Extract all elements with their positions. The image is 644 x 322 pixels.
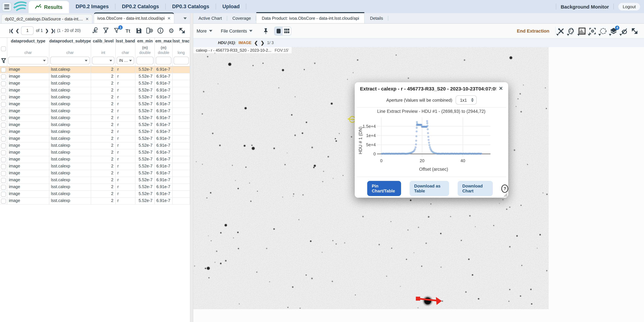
select-region-icon[interactable] (599, 27, 607, 35)
grid-view-button[interactable] (283, 27, 291, 35)
row-checkbox[interactable] (1, 74, 6, 79)
row-checkbox[interactable] (1, 185, 6, 190)
column-header-em_max[interactable]: em_max(m)double (155, 38, 172, 56)
settings-icon[interactable]: ⚙ (167, 27, 175, 35)
row-checkbox[interactable] (1, 109, 6, 114)
row-checkbox[interactable] (1, 143, 6, 148)
row-checkbox[interactable] (1, 171, 6, 176)
clear-filters-icon[interactable] (102, 27, 110, 35)
file-contents-dropdown[interactable]: File Contents (221, 29, 253, 33)
table-row[interactable]: imagelsst.calexp2r5.52e-76.91e-7 (0, 163, 190, 170)
column-header-lsst_tract[interactable]: lsst_tractlong (172, 38, 190, 56)
close-icon[interactable]: ✕ (86, 17, 89, 21)
filter-select-dataproduct_subtype[interactable] (50, 57, 90, 65)
hdu-next-icon[interactable]: ❯ (261, 40, 264, 45)
first-page-button[interactable]: |❮ (9, 28, 13, 33)
column-header-lsst_band[interactable]: lsst_bandchar (116, 38, 136, 56)
row-checkbox[interactable] (1, 81, 6, 86)
row-checkbox[interactable] (1, 137, 6, 141)
row-checkbox[interactable] (1, 123, 6, 128)
select-all-checkbox[interactable] (1, 46, 6, 51)
expand-icon[interactable] (178, 27, 186, 35)
column-header-dataproduct_type[interactable]: dataproduct_typechar (7, 38, 49, 56)
table-row[interactable]: imagelsst.calexp2r5.52e-76.91e-7 (0, 198, 190, 205)
pin-chart-table-button[interactable]: Pin Chart/Table (367, 181, 401, 196)
table-row[interactable]: imagelsst.calexp2r5.52e-76.91e-7 (0, 94, 190, 101)
expand-icon[interactable] (630, 27, 639, 35)
table-tab[interactable]: ivoa.ObsCore - data-int.lsst.cloud/api✕ (94, 13, 174, 23)
filter-funnel-icon[interactable] (1, 58, 6, 63)
download-as-table-button[interactable]: Download as Table (410, 181, 449, 196)
table-row[interactable]: imagelsst.calexp2r5.52e-76.91e-7 (0, 149, 190, 156)
layers-icon[interactable]: 4 (610, 27, 618, 35)
table-row[interactable]: imagelsst.calexp2r5.52e-76.91e-7 (0, 142, 190, 149)
row-checkbox[interactable] (1, 88, 6, 93)
add-column-icon[interactable] (146, 27, 154, 35)
hamburger-menu-icon[interactable] (2, 2, 12, 12)
nav-tab-upload[interactable]: Upload (216, 0, 246, 13)
table-row[interactable]: imagelsst.calexp2r5.52e-76.91e-7 (0, 129, 190, 136)
row-checkbox[interactable] (1, 150, 6, 155)
table-row[interactable]: imagelsst.calexp2r5.52e-76.91e-7 (0, 101, 190, 108)
last-page-button[interactable]: ❯| (51, 28, 55, 33)
text-view-icon[interactable]: Tt (124, 27, 132, 35)
next-page-button[interactable]: ❯ (45, 28, 48, 33)
info-icon[interactable] (156, 27, 164, 35)
help-icon[interactable]: ? (502, 184, 508, 193)
resize-handle-icon[interactable] (503, 192, 507, 197)
single-view-button[interactable] (275, 27, 283, 35)
table-row[interactable]: imagelsst.calexp2r5.52e-76.91e-7 (0, 156, 190, 163)
nav-tab-results[interactable]: Results (28, 1, 69, 13)
row-checkbox[interactable] (1, 102, 6, 107)
color-palette-icon[interactable] (568, 27, 576, 35)
prev-page-button[interactable]: ❮ (16, 28, 19, 33)
viewer-tab[interactable]: Active Chart (193, 13, 227, 23)
page-number-input[interactable] (21, 26, 34, 35)
background-monitor-button[interactable]: Background Monitor (561, 4, 609, 9)
row-checkbox[interactable] (1, 164, 6, 169)
line-extract-chart[interactable]: Line Extract Preview - HDU #1 - (2698,93… (357, 108, 506, 177)
tab-list-dropdown-icon[interactable] (184, 17, 187, 19)
more-dropdown[interactable]: More (196, 29, 212, 33)
row-checkbox[interactable] (1, 95, 6, 100)
row-checkbox[interactable] (1, 192, 6, 197)
close-icon[interactable]: ✕ (167, 16, 170, 21)
pipette-down-icon[interactable] (92, 27, 99, 35)
filters-icon[interactable]: 1 (113, 27, 121, 35)
table-row[interactable]: imagelsst.calexp2r5.52e-76.91e-7 (0, 73, 190, 80)
match-lock-icon[interactable] (620, 27, 628, 35)
table-row[interactable]: imagelsst.calexp2r5.52e-76.91e-7 (0, 184, 190, 191)
table-row[interactable]: imagelsst.calexp2r5.52e-76.91e-7 (0, 177, 190, 184)
nav-tab-dp0-2-images[interactable]: DP0.2 Images (69, 0, 116, 13)
histogram-stretch-icon[interactable] (578, 27, 586, 35)
table-row[interactable]: imagelsst.calexp2r5.52e-76.91e-7 (0, 170, 190, 177)
nav-tab-dp0-2-catalogs[interactable]: DP0.2 Catalogs (116, 0, 166, 13)
table-row[interactable]: imagelsst.calexp2r5.52e-76.91e-7 (0, 115, 190, 122)
table-row[interactable]: imagelsst.calexp2r5.52e-76.91e-7 (0, 122, 190, 129)
stepper-arrows-icon[interactable] (471, 98, 476, 102)
table-row[interactable]: imagelsst.calexp2r5.52e-76.91e-7 (0, 67, 190, 73)
end-extraction-button[interactable]: End Extraction (512, 28, 554, 34)
row-checkbox[interactable] (1, 130, 6, 135)
aperture-select[interactable]: 1x1 (456, 95, 477, 105)
filter-input-lsst_tract[interactable] (174, 57, 189, 65)
filter-select-dataproduct_type[interactable] (8, 57, 48, 65)
row-checkbox[interactable] (1, 157, 6, 162)
download-chart-button[interactable]: Download Chart (458, 181, 493, 196)
filter-input-em_min[interactable] (136, 57, 154, 65)
column-header-calib_level[interactable]: calib_levelint (91, 38, 116, 56)
table-row[interactable]: imagelsst.calexp2r5.52e-76.91e-7 (0, 136, 190, 142)
filter-select-calib_level[interactable] (92, 57, 114, 65)
nav-tab-dp0-3-catalogs[interactable]: DP0.3 Catalogs (166, 0, 216, 13)
filter-input-em_max[interactable] (156, 57, 171, 65)
table-row[interactable]: imagelsst.calexp2r5.52e-76.91e-7 (0, 87, 190, 94)
row-checkbox[interactable] (1, 199, 6, 204)
dialog-close-icon[interactable]: ✕ (496, 86, 503, 91)
pin-icon[interactable] (262, 27, 270, 35)
logout-button[interactable]: Logout (618, 3, 640, 10)
row-checkbox[interactable] (1, 178, 6, 183)
table-tab[interactable]: dp02_dc2_catalogs.DiaSource - data-int..… (1, 14, 92, 23)
table-row[interactable]: imagelsst.calexp2r5.52e-76.91e-7 (0, 191, 190, 198)
save-icon[interactable] (135, 27, 143, 35)
filter-select-lsst_band[interactable]: IN … (117, 57, 134, 65)
